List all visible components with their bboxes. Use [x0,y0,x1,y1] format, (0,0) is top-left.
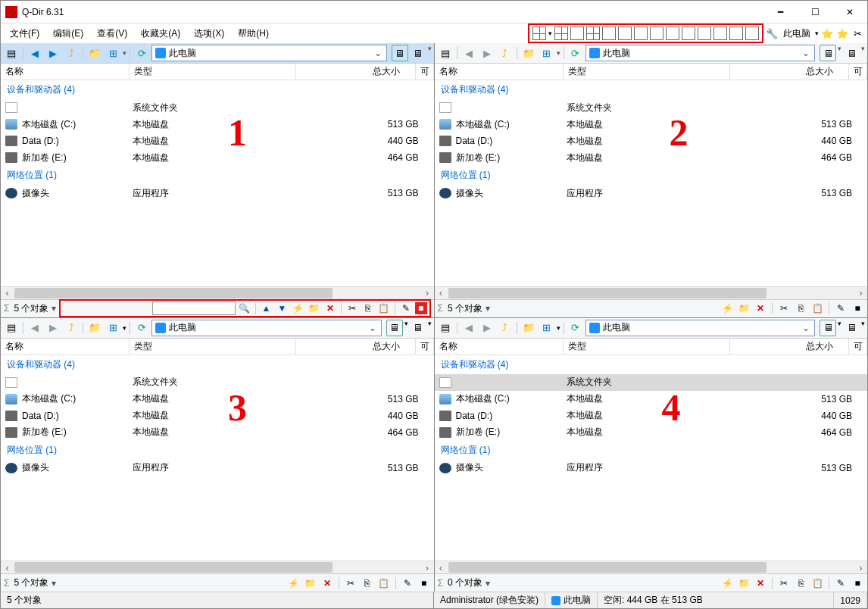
app-title: Q-Dir 6.31 [22,7,763,17]
edit-icon[interactable]: ✎ [399,301,413,315]
refresh-icon[interactable]: ⟳ [567,45,584,61]
column-header: 名称 类型 总大小 可 [1,64,434,80]
views-icon[interactable]: ⊞ [105,45,121,61]
layout-icon[interactable] [554,27,568,40]
layout-icon[interactable] [666,27,679,40]
nav-dn-icon[interactable]: ▼ [276,301,289,315]
newfolder-icon[interactable]: 📁 [737,301,751,315]
up-icon[interactable]: ⤴ [63,45,80,61]
delete-icon[interactable]: ✕ [754,301,767,315]
computer-icon [155,48,166,58]
menu-fav[interactable]: 收藏夹(A) [135,25,186,42]
stop-icon[interactable]: ■ [851,301,864,315]
up-icon[interactable]: ⤴ [497,45,514,61]
menu-file[interactable]: 文件(F) [4,25,45,42]
app-icon [5,6,17,18]
list-item: 摄像头应用程序513 GB [1,185,434,201]
addr-drop-icon[interactable]: ⌄ [373,48,383,58]
menu-bar: 文件(F) 编辑(E) 查看(V) 收藏夹(A) 选项(X) 帮助(H) ▾ 🔧… [1,23,867,43]
maximize-button[interactable]: ☐ [798,1,832,23]
paste-icon[interactable]: 📋 [810,301,824,315]
layout-icon[interactable] [650,27,663,40]
refresh-icon[interactable]: ⟳ [133,45,150,61]
panes-grid: ▤ ◀ ▶ ⤴ 📁 ⊞▾ ⟳ 此电脑 ⌄ 🖥 🖥▾ 名称 类型 总大小 可 设备… [1,43,867,592]
menu-help[interactable]: 帮助(H) [232,25,275,42]
file-list[interactable]: 设备和驱动器 (4) 系统文件夹 本地磁盘 (C:)本地磁盘513 GB Dat… [435,80,868,286]
layout-4pane-icon[interactable] [532,27,546,40]
layout-icon[interactable] [682,27,695,40]
menu-edit[interactable]: 编辑(E) [47,25,89,42]
copy-icon[interactable]: ⎘ [794,301,807,315]
cut-icon[interactable]: ✂ [777,301,791,315]
tool-icon[interactable]: ✂ [851,27,864,40]
fwd-icon[interactable]: ▶ [479,45,495,61]
filter-icon[interactable]: 🔧 [765,27,779,40]
pane-4: ▤ ◀▶ ⤴ 📁⊞▾ ⟳ 此电脑⌄ 🖥▾🖥▾ 名称类型总大小可 设备和驱动器 (… [435,318,868,592]
menu-view[interactable]: 查看(V) [91,25,133,42]
layout-icon[interactable] [745,27,759,40]
status-drop-icon[interactable]: ▾ [52,303,56,314]
h-scrollbar[interactable]: ‹› [435,286,868,299]
minimize-button[interactable]: ━ [763,1,798,23]
cut-icon[interactable]: ✂ [345,301,359,315]
edit-icon[interactable]: ✎ [834,301,848,315]
layout-icon[interactable] [586,27,600,40]
layout-icon[interactable] [634,27,648,40]
newfolder-icon[interactable]: 📁 [308,301,321,315]
disk-icon [5,119,17,130]
group-devices[interactable]: 设备和驱动器 (4) [1,80,434,99]
zap-icon[interactable]: ⚡ [292,301,305,315]
view2-icon[interactable]: 🖥 [410,45,426,61]
layout-icon[interactable] [713,27,727,40]
list-item: 本地磁盘 (C:)本地磁盘513 GB [1,116,434,133]
star-icon[interactable]: ⭐ [835,27,849,40]
menu-opt[interactable]: 选项(X) [188,25,230,42]
status-space: 空闲: 444 GB 在 513 GB [598,592,834,608]
addr-drop-icon[interactable]: ⌄ [801,48,811,58]
back-icon[interactable]: ◀ [27,45,43,61]
group-network[interactable]: 网络位置 (1) [1,166,434,185]
address-bar[interactable]: 此电脑 ⌄ [585,45,816,61]
fwd-icon[interactable]: ▶ [45,45,61,61]
copy-icon[interactable]: ⎘ [361,301,375,315]
layout-icon[interactable] [618,27,632,40]
close-button[interactable]: ✕ [832,1,867,23]
layout-icon[interactable] [698,27,711,40]
nav-up-icon[interactable]: ▲ [260,301,273,315]
view1-icon[interactable]: 🖥 [820,45,836,61]
col-type[interactable]: 类型 [130,64,296,80]
status-num: 1029 [834,592,867,608]
col-size[interactable]: 总大小 [296,64,416,80]
col-name[interactable]: 名称 [1,64,130,80]
pane-toolbar: ▤ ◀▶ ⤴ 📁⊞▾ ⟳ 此电脑⌄ 🖥▾🖥▾ [1,318,434,339]
list-item: 系统文件夹 [1,99,434,116]
layout-icon[interactable] [570,27,584,40]
stop-icon[interactable]: ■ [415,302,427,314]
search-go-icon[interactable]: 🔍 [238,301,251,315]
fav-icon[interactable]: ⭐ [820,27,834,40]
fav-icon[interactable]: 📁 [86,45,103,61]
col-tail[interactable]: 可 [416,64,434,80]
address-text: 此电脑 [603,47,630,60]
title-bar: Q-Dir 6.31 ━ ☐ ✕ [1,1,867,23]
h-scrollbar[interactable]: ‹› [1,286,434,299]
back-icon[interactable]: ◀ [461,45,477,61]
views-icon[interactable]: ⊞ [539,45,555,61]
layout-icon[interactable] [602,27,616,40]
tabs-icon[interactable]: ▤ [3,45,20,61]
layout-icon[interactable] [729,27,743,40]
tabs-icon[interactable]: ▤ [437,45,454,61]
pane-1: ▤ ◀ ▶ ⤴ 📁 ⊞▾ ⟳ 此电脑 ⌄ 🖥 🖥▾ 名称 类型 总大小 可 设备… [1,43,434,317]
view2-icon[interactable]: 🖥 [843,45,860,61]
delete-icon[interactable]: ✕ [323,301,337,315]
pane-toolbar: ▤ ◀ ▶ ⤴ 📁 ⊞▾ ⟳ 此电脑 ⌄ 🖥 🖥▾ [1,43,434,64]
pane-status: Σ5 个对象▾ ⚡ 📁 ✕ ✂ ⎘ 📋 ✎ ■ [435,299,868,317]
view1-icon[interactable]: 🖥 [392,45,408,61]
search-input[interactable] [152,301,236,315]
paste-icon[interactable]: 📋 [377,301,391,315]
zap-icon[interactable]: ⚡ [720,301,734,315]
address-bar[interactable]: 此电脑 ⌄ [151,45,387,61]
fav-icon[interactable]: 📁 [520,45,537,61]
location-label[interactable]: 此电脑 [780,27,813,40]
file-list[interactable]: 设备和驱动器 (4) 系统文件夹 本地磁盘 (C:)本地磁盘513 GB Dat… [1,80,434,286]
